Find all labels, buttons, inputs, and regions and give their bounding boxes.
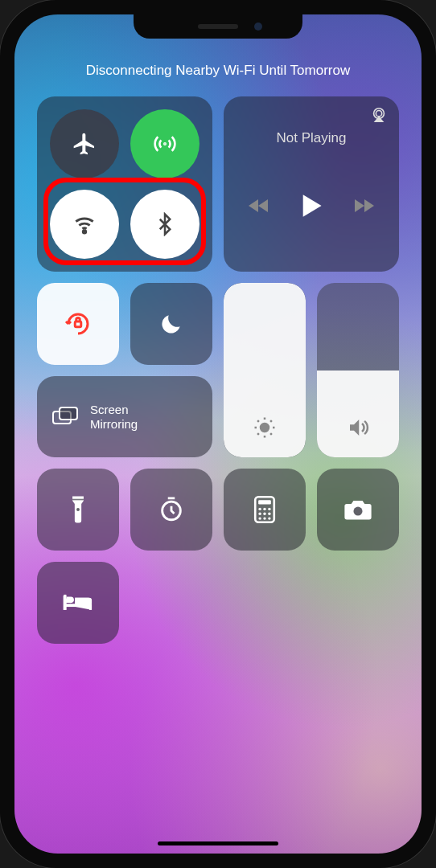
bluetooth-toggle[interactable] bbox=[130, 190, 199, 259]
svg-rect-23 bbox=[89, 604, 92, 611]
screen-mirroring-label: Screen Mirroring bbox=[90, 403, 138, 431]
calculator-button[interactable] bbox=[224, 469, 306, 551]
cellular-icon bbox=[152, 131, 178, 157]
notch bbox=[134, 14, 302, 39]
svg-point-16 bbox=[263, 513, 265, 515]
status-toast: Disconnecting Nearby Wi-Fi Until Tomorro… bbox=[37, 63, 399, 79]
brightness-icon bbox=[224, 416, 306, 440]
airplane-mode-toggle[interactable] bbox=[50, 109, 119, 178]
svg-point-20 bbox=[268, 518, 270, 520]
svg-rect-24 bbox=[64, 595, 66, 610]
orientation-lock-icon bbox=[64, 309, 93, 338]
svg-point-13 bbox=[263, 508, 265, 510]
screen-mirroring-icon bbox=[51, 406, 79, 428]
airplane-icon bbox=[72, 131, 97, 157]
now-playing-label: Not Playing bbox=[235, 130, 388, 146]
orientation-lock-toggle[interactable] bbox=[37, 283, 119, 365]
svg-rect-6 bbox=[60, 407, 77, 420]
svg-point-4 bbox=[261, 424, 269, 432]
timer-icon bbox=[158, 496, 185, 523]
svg-rect-3 bbox=[75, 321, 81, 327]
volume-icon bbox=[317, 416, 399, 440]
airplay-icon[interactable] bbox=[370, 106, 388, 124]
moon-icon bbox=[158, 311, 184, 337]
flashlight-button[interactable] bbox=[37, 469, 119, 551]
wifi-icon bbox=[72, 211, 97, 237]
svg-point-21 bbox=[353, 507, 362, 516]
bluetooth-icon bbox=[153, 212, 177, 236]
next-track-button[interactable] bbox=[352, 196, 376, 215]
cellular-data-toggle[interactable] bbox=[130, 109, 199, 178]
svg-point-0 bbox=[83, 231, 85, 233]
screen-mirroring-button[interactable]: Screen Mirroring bbox=[37, 376, 212, 457]
calculator-icon bbox=[253, 496, 276, 523]
timer-button[interactable] bbox=[130, 469, 212, 551]
svg-point-25 bbox=[68, 599, 73, 604]
home-indicator[interactable] bbox=[158, 841, 278, 845]
svg-point-2 bbox=[376, 111, 381, 117]
svg-point-12 bbox=[258, 508, 261, 510]
svg-point-19 bbox=[263, 518, 265, 520]
do-not-disturb-toggle[interactable] bbox=[130, 283, 212, 365]
svg-rect-8 bbox=[72, 499, 84, 501]
volume-slider[interactable] bbox=[317, 283, 399, 457]
previous-track-button[interactable] bbox=[247, 196, 271, 215]
connectivity-panel bbox=[37, 96, 212, 272]
camera-button[interactable] bbox=[317, 469, 399, 551]
svg-point-7 bbox=[76, 508, 80, 511]
camera-icon bbox=[343, 497, 372, 522]
svg-point-14 bbox=[268, 508, 270, 510]
control-center: Disconnecting Nearby Wi-Fi Until Tomorro… bbox=[14, 14, 422, 854]
svg-point-15 bbox=[258, 513, 261, 515]
bedtime-button[interactable] bbox=[37, 562, 119, 644]
svg-point-17 bbox=[268, 513, 270, 515]
bed-icon bbox=[63, 592, 93, 613]
screen: Disconnecting Nearby Wi-Fi Until Tomorro… bbox=[14, 14, 422, 854]
flashlight-icon bbox=[68, 495, 88, 524]
brightness-slider[interactable] bbox=[224, 283, 306, 457]
svg-rect-22 bbox=[65, 604, 92, 608]
iphone-frame: Disconnecting Nearby Wi-Fi Until Tomorro… bbox=[0, 0, 436, 868]
media-panel: Not Playing bbox=[224, 96, 399, 272]
svg-point-18 bbox=[258, 518, 261, 520]
svg-rect-11 bbox=[258, 501, 271, 505]
play-button[interactable] bbox=[300, 193, 323, 219]
wifi-toggle[interactable] bbox=[50, 190, 119, 259]
